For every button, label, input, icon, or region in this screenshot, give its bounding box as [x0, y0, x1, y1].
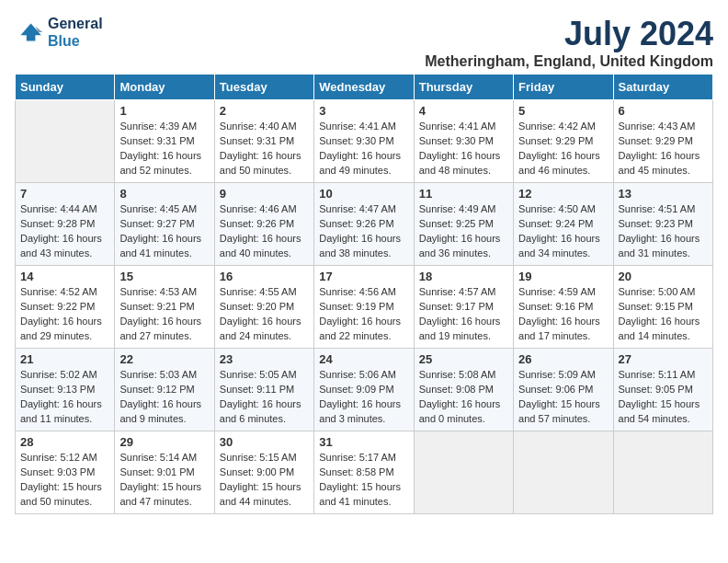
day-cell: 22Sunrise: 5:03 AMSunset: 9:12 PMDayligh… — [115, 349, 214, 431]
day-cell: 1Sunrise: 4:39 AMSunset: 9:31 PMDaylight… — [115, 100, 214, 183]
location-title: Metheringham, England, United Kingdom — [425, 53, 713, 70]
day-info: Sunrise: 4:41 AMSunset: 9:30 PMDaylight:… — [319, 120, 408, 178]
day-info: Sunrise: 5:08 AMSunset: 9:08 PMDaylight:… — [419, 368, 508, 427]
day-number: 2 — [220, 104, 309, 118]
day-cell: 16Sunrise: 4:55 AMSunset: 9:20 PMDayligh… — [214, 266, 313, 349]
day-cell: 23Sunrise: 5:05 AMSunset: 9:11 PMDayligh… — [214, 349, 313, 431]
day-info: Sunrise: 5:17 AMSunset: 8:58 PMDaylight:… — [319, 451, 408, 510]
day-number: 10 — [319, 187, 408, 201]
day-number: 4 — [419, 104, 508, 118]
day-number: 23 — [220, 352, 309, 366]
day-info: Sunrise: 4:41 AMSunset: 9:30 PMDaylight:… — [419, 120, 508, 178]
day-cell: 7Sunrise: 4:44 AMSunset: 9:28 PMDaylight… — [16, 183, 115, 266]
day-number: 12 — [518, 187, 608, 201]
logo-icon — [15, 17, 44, 47]
day-number: 28 — [20, 435, 109, 449]
day-cell: 8Sunrise: 4:45 AMSunset: 9:27 PMDaylight… — [115, 183, 214, 266]
day-cell: 14Sunrise: 4:52 AMSunset: 9:22 PMDayligh… — [16, 266, 115, 349]
day-info: Sunrise: 4:50 AMSunset: 9:24 PMDaylight:… — [518, 202, 608, 261]
month-title: July 2024 — [425, 15, 713, 53]
day-number: 30 — [220, 435, 309, 449]
week-row-3: 14Sunrise: 4:52 AMSunset: 9:22 PMDayligh… — [16, 266, 713, 349]
day-number: 16 — [220, 270, 309, 283]
day-number: 27 — [619, 352, 708, 366]
day-cell: 5Sunrise: 4:42 AMSunset: 9:29 PMDaylight… — [514, 100, 613, 183]
day-cell: 12Sunrise: 4:50 AMSunset: 9:24 PMDayligh… — [514, 183, 613, 266]
day-number: 17 — [319, 270, 408, 283]
day-cell: 21Sunrise: 5:02 AMSunset: 9:13 PMDayligh… — [16, 349, 115, 431]
day-info: Sunrise: 4:42 AMSunset: 9:29 PMDaylight:… — [518, 120, 608, 178]
day-cell: 9Sunrise: 4:46 AMSunset: 9:26 PMDaylight… — [214, 183, 313, 266]
day-info: Sunrise: 5:09 AMSunset: 9:06 PMDaylight:… — [518, 368, 608, 427]
week-row-2: 7Sunrise: 4:44 AMSunset: 9:28 PMDaylight… — [16, 183, 713, 266]
day-cell: 19Sunrise: 4:59 AMSunset: 9:16 PMDayligh… — [514, 266, 613, 349]
day-number: 31 — [319, 435, 408, 449]
day-info: Sunrise: 4:40 AMSunset: 9:31 PMDaylight:… — [220, 120, 309, 178]
calendar-table: SundayMondayTuesdayWednesdayThursdayFrid… — [15, 74, 713, 514]
day-cell — [514, 431, 613, 514]
day-number: 9 — [220, 187, 309, 201]
day-cell — [16, 100, 115, 183]
day-number: 22 — [119, 352, 209, 366]
day-number: 13 — [619, 187, 708, 201]
day-number: 7 — [20, 187, 109, 201]
day-info: Sunrise: 4:46 AMSunset: 9:26 PMDaylight:… — [220, 202, 309, 261]
day-cell: 2Sunrise: 4:40 AMSunset: 9:31 PMDaylight… — [214, 100, 313, 183]
day-number: 19 — [518, 270, 608, 283]
logo-line1: General — [48, 15, 103, 32]
day-cell: 17Sunrise: 4:56 AMSunset: 9:19 PMDayligh… — [314, 266, 414, 349]
day-info: Sunrise: 5:06 AMSunset: 9:09 PMDaylight:… — [319, 368, 408, 427]
day-number: 25 — [419, 352, 508, 366]
day-info: Sunrise: 5:11 AMSunset: 9:05 PMDaylight:… — [619, 368, 708, 427]
day-cell: 10Sunrise: 4:47 AMSunset: 9:26 PMDayligh… — [314, 183, 414, 266]
day-number: 1 — [119, 104, 209, 118]
day-number: 11 — [419, 187, 508, 201]
day-info: Sunrise: 4:57 AMSunset: 9:17 PMDaylight:… — [419, 285, 508, 344]
day-cell: 13Sunrise: 4:51 AMSunset: 9:23 PMDayligh… — [613, 183, 712, 266]
title-block: July 2024 Metheringham, England, United … — [425, 15, 713, 70]
day-info: Sunrise: 5:00 AMSunset: 9:15 PMDaylight:… — [619, 285, 708, 344]
day-info: Sunrise: 5:14 AMSunset: 9:01 PMDaylight:… — [119, 451, 209, 510]
svg-marker-0 — [20, 24, 40, 41]
day-info: Sunrise: 4:59 AMSunset: 9:16 PMDaylight:… — [518, 285, 608, 344]
day-info: Sunrise: 4:47 AMSunset: 9:26 PMDaylight:… — [319, 202, 408, 261]
week-row-4: 21Sunrise: 5:02 AMSunset: 9:13 PMDayligh… — [16, 349, 713, 431]
day-info: Sunrise: 4:53 AMSunset: 9:21 PMDaylight:… — [119, 285, 209, 344]
day-cell: 24Sunrise: 5:06 AMSunset: 9:09 PMDayligh… — [314, 349, 414, 431]
col-header-monday: Monday — [115, 75, 214, 100]
day-number: 3 — [319, 104, 408, 118]
day-number: 15 — [119, 270, 209, 283]
page-header: General Blue July 2024 Metheringham, Eng… — [15, 15, 713, 70]
logo-line2: Blue — [48, 32, 103, 50]
day-cell — [613, 431, 712, 514]
day-cell: 11Sunrise: 4:49 AMSunset: 9:25 PMDayligh… — [414, 183, 513, 266]
day-cell: 25Sunrise: 5:08 AMSunset: 9:08 PMDayligh… — [414, 349, 513, 431]
day-info: Sunrise: 4:45 AMSunset: 9:27 PMDaylight:… — [119, 202, 209, 261]
day-cell: 29Sunrise: 5:14 AMSunset: 9:01 PMDayligh… — [115, 431, 214, 514]
day-info: Sunrise: 5:03 AMSunset: 9:12 PMDaylight:… — [119, 368, 209, 427]
logo: General Blue — [15, 15, 103, 50]
day-cell: 4Sunrise: 4:41 AMSunset: 9:30 PMDaylight… — [414, 100, 513, 183]
day-cell: 27Sunrise: 5:11 AMSunset: 9:05 PMDayligh… — [613, 349, 712, 431]
day-number: 20 — [619, 270, 708, 283]
day-info: Sunrise: 4:55 AMSunset: 9:20 PMDaylight:… — [220, 285, 309, 344]
col-header-sunday: Sunday — [16, 75, 115, 100]
day-cell: 18Sunrise: 4:57 AMSunset: 9:17 PMDayligh… — [414, 266, 513, 349]
day-number: 6 — [619, 104, 708, 118]
day-info: Sunrise: 4:39 AMSunset: 9:31 PMDaylight:… — [119, 120, 209, 178]
col-header-wednesday: Wednesday — [314, 75, 414, 100]
day-cell: 20Sunrise: 5:00 AMSunset: 9:15 PMDayligh… — [613, 266, 712, 349]
day-info: Sunrise: 5:15 AMSunset: 9:00 PMDaylight:… — [220, 451, 309, 510]
day-number: 21 — [20, 352, 109, 366]
week-row-1: 1Sunrise: 4:39 AMSunset: 9:31 PMDaylight… — [16, 100, 713, 183]
col-header-tuesday: Tuesday — [214, 75, 313, 100]
day-number: 14 — [20, 270, 109, 283]
col-header-saturday: Saturday — [613, 75, 712, 100]
day-info: Sunrise: 4:52 AMSunset: 9:22 PMDaylight:… — [20, 285, 109, 344]
day-number: 5 — [518, 104, 608, 118]
day-cell — [414, 431, 513, 514]
day-number: 18 — [419, 270, 508, 283]
day-info: Sunrise: 4:44 AMSunset: 9:28 PMDaylight:… — [20, 202, 109, 261]
col-header-friday: Friday — [514, 75, 613, 100]
calendar-header-row: SundayMondayTuesdayWednesdayThursdayFrid… — [16, 75, 713, 100]
